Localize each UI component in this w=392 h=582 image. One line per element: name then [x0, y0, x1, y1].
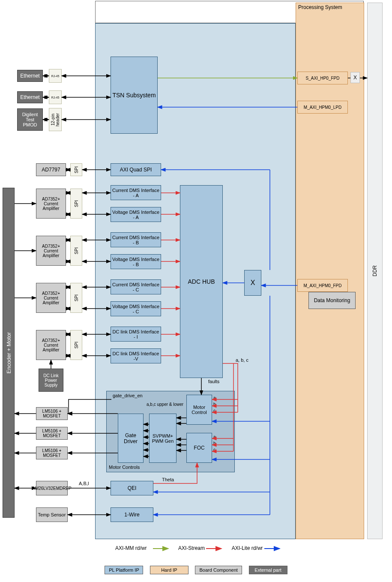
- rj45-1: RJ-45: [49, 69, 62, 83]
- temp-sensor: Temp Sensor: [36, 507, 68, 522]
- mc-sig-b: b: [213, 402, 216, 407]
- gate-drive-en-label: gate_drive_en: [113, 393, 143, 398]
- am26lv32: AM26LV32EMDREP: [36, 481, 68, 495]
- encoder-motor-label: Encoder + Motor: [6, 332, 12, 373]
- ad7352-a: AD7352+ Current Amplifier: [36, 189, 66, 219]
- encoder-motor-block: Encoder + Motor: [3, 188, 15, 518]
- voltage-dms-b: Voltage DMS Interface - B: [111, 254, 161, 269]
- data-monitoring: Data Monitoring: [308, 292, 356, 309]
- foc: FOC: [186, 433, 212, 463]
- foc-sig-c: c: [213, 447, 215, 452]
- adc-hub: ADC HUB: [180, 185, 223, 378]
- svpwm-pwm-gen: SVPWM+ PWM Gen: [149, 414, 177, 463]
- spi0-label: SPI: [74, 166, 79, 173]
- legend-plip: PL Platform IP: [105, 566, 143, 574]
- motor-controls-label: Motor Controls: [109, 465, 140, 470]
- ddr-label: DDR: [372, 265, 378, 276]
- ethernet-1: Ethernet: [17, 70, 43, 82]
- ad7797: AD7797: [36, 163, 66, 176]
- mosfet-1: LM5106 + MOSFET: [36, 407, 68, 420]
- mosfet-3: LM5106 + MOSFET: [36, 447, 68, 459]
- current-dms-b: Current DMS Interface - B: [111, 232, 161, 247]
- spi-1: SPI: [70, 189, 82, 219]
- spi3-label: SPI: [74, 294, 79, 301]
- hub-x: X: [244, 270, 261, 296]
- ad7352-c: AD7352+ Current Amplifier: [36, 283, 66, 313]
- ps-title: Processing System: [298, 4, 342, 10]
- mc-sig-c: c: [213, 408, 215, 413]
- ad7352-d: AD7352+ Current Amplifier: [36, 330, 66, 360]
- spi-4: SPI: [70, 330, 82, 360]
- legend-boardcomp: Board Component: [195, 566, 242, 574]
- faults-label: faults: [208, 379, 219, 384]
- m-axi-hpm0-fpd: M_AXI_HPM0_FPD: [297, 279, 348, 292]
- tsn-subsystem: TSN Subsystem: [111, 57, 158, 134]
- legend-extpart: External part: [249, 566, 287, 574]
- dclink-dms-v: DC link DMS Interface -V: [111, 348, 161, 363]
- dclink-dms-i: DC link DMS Interface - I: [111, 327, 161, 342]
- legend-axistream: AXI-Stream: [178, 545, 205, 551]
- abc-upper-lower-label: a,b,c upper & lower: [147, 402, 183, 407]
- axi-quad-spi: AXI Quad SPI: [111, 163, 161, 176]
- legend-hardip: Hard IP: [150, 566, 189, 574]
- ethernet-2: Ethernet: [17, 91, 43, 103]
- gate-driver: Gate Driver: [118, 414, 144, 463]
- spi1-label: SPI: [74, 200, 79, 207]
- current-dms-c: Current DMS Interface - C: [111, 279, 161, 294]
- rj45-2: RJ-45: [49, 90, 62, 104]
- abc-label-top: a, b, c: [236, 357, 248, 363]
- digilent-pmod: Digilent Test PMOD: [17, 108, 43, 131]
- ad7352-b: AD7352+ Current Amplifier: [36, 236, 66, 266]
- spi-0: SPI: [70, 163, 82, 176]
- current-dms-a: Current DMS Interface - A: [111, 185, 161, 200]
- dc-link-power-supply: DC Link Power Supply: [39, 369, 63, 392]
- spi-2: SPI: [70, 236, 82, 266]
- spi2-label: SPI: [74, 247, 79, 254]
- legend-aximm: AXI-MM rd/wr: [111, 545, 151, 551]
- legend-axilite: AXI-Lite rd/wr: [232, 545, 263, 551]
- theta-label: Theta: [162, 477, 174, 482]
- voltage-dms-a: Voltage DMS Interface - A: [111, 207, 161, 222]
- m-axi-hpm0-lpd: M_AXI_HPM0_LPD: [297, 101, 348, 114]
- qei: QEI: [111, 481, 153, 495]
- s-axi-hp0-fpd: S_AXI_HP0_FPD: [297, 72, 348, 84]
- ddr-block: DDR: [367, 3, 383, 539]
- foc-sig-a: a: [213, 435, 216, 439]
- motor-control: Motor Control: [186, 395, 212, 425]
- ps-x-icon: X: [350, 72, 360, 83]
- voltage-dms-c: Voltage DMS Interface - C: [111, 301, 161, 316]
- mc-sig-a: a: [213, 396, 216, 400]
- spi-3: SPI: [70, 283, 82, 313]
- mosfet-2: LM5106 + MOSFET: [36, 427, 68, 440]
- pin12-label: 12-pin header: [51, 109, 60, 130]
- pin12-header: 12-pin header: [49, 108, 62, 131]
- abi-label: A,B,I: [79, 481, 89, 486]
- one-wire: 1-Wire: [111, 507, 153, 522]
- foc-sig-b: b: [213, 441, 216, 446]
- spi4-label: SPI: [74, 342, 79, 348]
